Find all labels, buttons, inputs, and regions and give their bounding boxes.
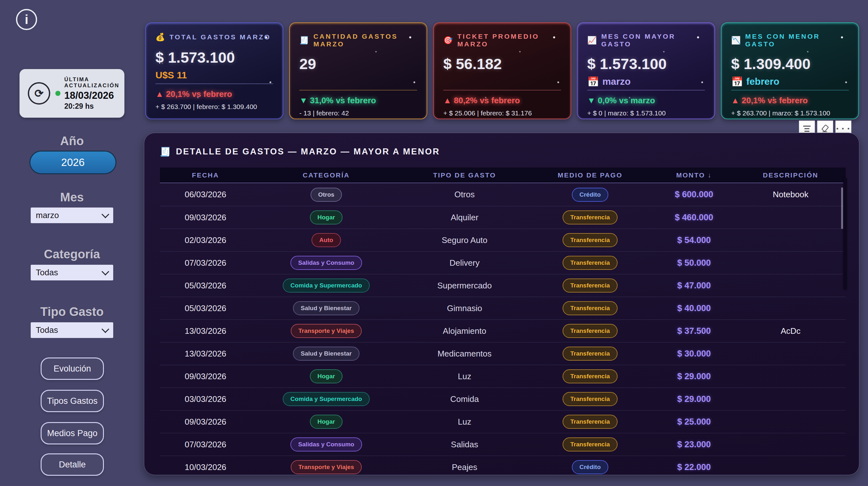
kpi-card-receipt: 🧾CANTIDAD GASTOS MARZO29▼ 31,0% vs febre… xyxy=(289,22,427,119)
nav-button-evolucion[interactable]: Evolución xyxy=(41,357,104,380)
column-header-monto-sorted[interactable]: MONTO ↓ xyxy=(652,171,736,179)
table-row[interactable]: 13/03/2026Salud y BienestarMedicamentosT… xyxy=(160,342,846,365)
cell-fecha: 10/03/2026 xyxy=(160,462,251,472)
table-row[interactable]: 09/03/2026HogarLuzTransferencia$ 29.000 xyxy=(160,365,846,388)
arrow-down-icon: ▼ xyxy=(299,96,308,105)
column-header-descripcion[interactable]: DESCRIPCIÓN xyxy=(736,171,846,179)
column-header-fecha[interactable]: FECHA xyxy=(160,171,251,179)
filter-label-year: Año xyxy=(0,134,144,148)
cell-fecha: 09/03/2026 xyxy=(160,213,251,223)
cell-categoria: Salud y Bienestar xyxy=(251,347,401,361)
table-row[interactable]: 06/03/2026OtrosOtrosCrédito$ 600.000Note… xyxy=(160,183,846,206)
table-row[interactable]: 05/03/2026Comida y SupermercadoSupermerc… xyxy=(160,274,846,297)
cell-medio-de-pago: Transferencia xyxy=(528,392,652,406)
cell-medio-de-pago: Transferencia xyxy=(528,438,652,451)
expense-type-dropdown-value: Todas xyxy=(36,325,58,335)
table-row[interactable]: 02/03/2026AutoSeguro AutoTransferencia$ … xyxy=(160,229,846,251)
table-row[interactable]: 10/03/2026Transporte y ViajesPeajesCrédi… xyxy=(160,456,846,475)
expense-type-dropdown[interactable]: Todas xyxy=(31,322,113,338)
category-badge: Otros xyxy=(311,188,342,202)
payment-method-badge: Transferencia xyxy=(563,279,618,293)
table-body: 06/03/2026OtrosOtrosCrédito$ 600.000Note… xyxy=(160,183,846,475)
cell-monto: $ 40.000 xyxy=(652,303,736,313)
card-secondary-value xyxy=(299,75,417,88)
cell-monto: $ 22.000 xyxy=(652,462,736,472)
table-header-row: FECHA CATEGORÍA TIPO DE GASTO MEDIO DE P… xyxy=(160,167,846,183)
payment-method-badge: Transferencia xyxy=(563,256,618,270)
card-value: $ 56.182 xyxy=(443,55,561,73)
table-row[interactable]: 05/03/2026Salud y BienestarGimnasioTrans… xyxy=(160,297,846,319)
table-row[interactable]: 07/03/2026Salidas y ConsumoDeliveryTrans… xyxy=(160,251,846,274)
payment-method-badge: Transferencia xyxy=(563,210,618,224)
nav-button-tipos-gastos[interactable]: Tipos Gastos xyxy=(41,390,104,412)
refresh-icon[interactable]: ⟳ xyxy=(28,82,50,104)
cell-fecha: 07/03/2026 xyxy=(160,440,251,450)
cell-tipo-de-gasto: Supermercado xyxy=(401,281,528,291)
payment-method-badge: Transferencia xyxy=(563,233,618,247)
table-row[interactable]: 09/03/2026HogarLuzTransferencia$ 25.000 xyxy=(160,410,846,433)
card-value: $ 1.309.400 xyxy=(731,55,849,73)
cell-descripcion: AcDc xyxy=(736,326,846,336)
table-scrollbar[interactable] xyxy=(843,178,847,290)
chevron-down-icon xyxy=(101,210,109,218)
cell-categoria: Comida y Supermercado xyxy=(251,279,401,293)
cell-tipo-de-gasto: Alquiler xyxy=(401,213,528,223)
cell-tipo-de-gasto: Luz xyxy=(401,417,528,427)
nav-button-detalle[interactable]: Detalle xyxy=(41,453,104,476)
month-dropdown[interactable]: marzo xyxy=(31,207,113,223)
payment-method-badge: Transferencia xyxy=(563,392,618,406)
ellipsis-icon: • • • xyxy=(836,125,850,132)
column-header-tipo-de-gasto[interactable]: TIPO DE GASTO xyxy=(401,171,528,179)
cell-medio-de-pago: Transferencia xyxy=(528,210,652,224)
table-row[interactable]: 09/03/2026HogarAlquilerTransferencia$ 46… xyxy=(160,206,846,229)
cell-categoria: Salud y Bienestar xyxy=(251,301,401,315)
category-badge: Hogar xyxy=(310,369,343,383)
table-title: 🧾 DETALLE DE GASTOS — MARZO — MAYOR A ME… xyxy=(160,147,440,157)
last-update-time: 20:29 hs xyxy=(64,102,125,110)
eraser-icon xyxy=(821,124,830,133)
cell-categoria: Auto xyxy=(251,233,401,247)
arrow-up-icon: ▲ xyxy=(443,96,452,105)
category-badge: Salud y Bienestar xyxy=(293,347,359,361)
cell-monto: $ 54.000 xyxy=(652,235,736,245)
cell-monto: $ 37.500 xyxy=(652,326,736,336)
category-dropdown[interactable]: Todas xyxy=(31,265,113,281)
arrow-down-icon: ▼ xyxy=(587,96,595,105)
category-badge: Comida y Supermercado xyxy=(283,392,370,406)
cell-tipo-de-gasto: Peajes xyxy=(401,462,528,472)
cell-monto: $ 47.000 xyxy=(652,281,736,291)
payment-method-badge: Transferencia xyxy=(563,347,618,361)
nav-button-medios-pago[interactable]: Medios Pago xyxy=(41,422,104,445)
year-filter-pill[interactable]: 2026 xyxy=(29,151,116,174)
table-row[interactable]: 03/03/2026Comida y SupermercadoComidaTra… xyxy=(160,388,846,410)
card-secondary-value xyxy=(443,75,561,88)
cell-fecha: 05/03/2026 xyxy=(160,281,251,291)
calendar-icon: 📅 xyxy=(731,76,743,87)
kpi-card-chart-down: 📉MES CON MENOR GASTO$ 1.309.400📅febrero▲… xyxy=(721,22,859,119)
cell-medio-de-pago: Transferencia xyxy=(528,415,652,429)
cell-categoria: Hogar xyxy=(251,415,401,429)
card-value: $ 1.573.100 xyxy=(155,48,273,66)
cell-categoria: Salidas y Consumo xyxy=(251,256,401,270)
payment-method-badge: Transferencia xyxy=(563,301,618,315)
info-icon[interactable]: i xyxy=(16,9,37,30)
cell-categoria: Salidas y Consumo xyxy=(251,438,401,451)
last-update-label: ÚLTIMA ACTUALIZACIÓN xyxy=(64,76,125,89)
expense-detail-panel: 🧾 DETALLE DE GASTOS — MARZO — MAYOR A ME… xyxy=(144,133,859,475)
cell-medio-de-pago: Transferencia xyxy=(528,301,652,315)
filter-label-expense-type: Tipo Gasto xyxy=(0,305,144,319)
cell-tipo-de-gasto: Comida xyxy=(401,394,528,404)
payment-method-badge: Crédito xyxy=(572,460,609,474)
cell-fecha: 09/03/2026 xyxy=(160,417,251,427)
cell-fecha: 05/03/2026 xyxy=(160,303,251,313)
column-header-categoria[interactable]: CATEGORÍA xyxy=(251,171,401,179)
card-divider xyxy=(299,90,417,91)
column-header-medio-de-pago[interactable]: MEDIO DE PAGO xyxy=(528,171,652,179)
kpi-card-target: 🎯TICKET PROMEDIO MARZO$ 56.182▲ 80,2% vs… xyxy=(433,22,571,119)
card-delta: ▼ 0,0% vs marzo xyxy=(587,96,705,105)
table-row[interactable]: 07/03/2026Salidas y ConsumoSalidasTransf… xyxy=(160,433,846,456)
cell-categoria: Transporte y Viajes xyxy=(251,324,401,338)
cell-medio-de-pago: Transferencia xyxy=(528,279,652,293)
table-row[interactable]: 13/03/2026Transporte y ViajesAlojamiento… xyxy=(160,319,846,342)
last-update-panel: ⟳ ÚLTIMA ACTUALIZACIÓN 18/03/2026 20:29 … xyxy=(20,69,124,118)
